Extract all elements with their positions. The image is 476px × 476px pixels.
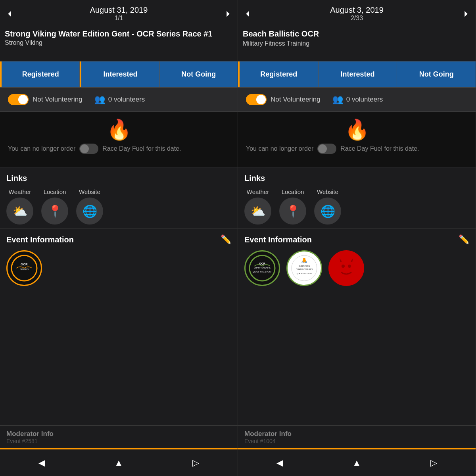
- edit-icon-1[interactable]: ✏️: [221, 234, 231, 245]
- weather-icon-1[interactable]: ⛅: [6, 198, 33, 225]
- location-icon-2[interactable]: 📍: [279, 198, 306, 225]
- svg-text:EUROPEAN: EUROPEAN: [299, 265, 310, 267]
- location-link-2[interactable]: Location 📍: [279, 188, 306, 225]
- volunteer-switch-2[interactable]: [246, 94, 267, 105]
- bottom-up-arrow-1[interactable]: ▲: [115, 458, 123, 468]
- volunteer-row-1: Not Volunteering 👥 0 volunteers: [0, 88, 238, 112]
- fuel-text-suffix-2: Race Day Fuel for this date.: [340, 145, 419, 152]
- ocr-eu-logo-2: OCR EUROPEAN CHAMPIONSHIPS QUALIFYING EV…: [286, 250, 322, 286]
- weather-link-2[interactable]: Weather ⛅: [244, 188, 271, 225]
- date-nav-2: August 3, 2019 2/33: [238, 0, 476, 26]
- bottom-up-arrow-2[interactable]: ▲: [353, 458, 361, 468]
- fuel-toggle-row-1: You can no longer order Race Day Fuel fo…: [8, 144, 230, 154]
- volunteers-icon-2: 👥: [332, 94, 343, 105]
- moderator-title-2: Moderator Info: [244, 430, 469, 438]
- ocr-champ-logo-2: OCR CHAMPIONSHIPS QUALIFYING EVENT: [244, 250, 280, 286]
- next-arrow-1[interactable]: [223, 8, 234, 19]
- links-section-2: Links Weather ⛅ Location 📍 Website 🌐: [238, 167, 476, 229]
- bottom-prev-arrow-2[interactable]: ◀: [276, 458, 283, 468]
- volunteers-count-1: 👥 0 volunteers: [94, 94, 145, 105]
- svg-point-17: [334, 255, 359, 281]
- website-icon-1[interactable]: 🌐: [76, 198, 103, 225]
- links-label-2: L: [244, 174, 249, 182]
- event-id-1: Event #2581: [6, 438, 231, 444]
- weather-label-2: Weather: [247, 188, 269, 195]
- weather-label-1: Weather: [9, 188, 31, 195]
- third-logo-2: [328, 250, 364, 286]
- event-info-section-2: Event Information ✏️ OCR CHAMPIONSHIPS Q…: [238, 229, 476, 426]
- volunteer-switch-1[interactable]: [8, 94, 29, 105]
- location-link-1[interactable]: Location 📍: [41, 188, 68, 225]
- moderator-section-1: Moderator Info Event #2581: [0, 426, 238, 448]
- toggle-knob-2: [256, 95, 266, 104]
- links-grid-2: Weather ⛅ Location 📍 Website 🌐: [244, 188, 469, 225]
- links-section-1: Links Weather ⛅ Location 📍 Website 🌐: [0, 167, 238, 229]
- svg-marker-0: [8, 11, 11, 17]
- event-title-area-1: Strong Viking Water Edition Gent - OCR S…: [0, 26, 238, 61]
- event-title-area-2: Beach Ballistic OCR Military Fitness Tra…: [238, 26, 476, 61]
- weather-link-1[interactable]: Weather ⛅: [6, 188, 33, 225]
- page-info-2: 2/33: [259, 15, 454, 22]
- edit-icon-2[interactable]: ✏️: [459, 234, 469, 245]
- svg-point-18: [342, 265, 345, 268]
- location-icon-1[interactable]: 📍: [41, 198, 68, 225]
- next-arrow-2[interactable]: [461, 8, 472, 19]
- buttons-row-1: Registered Interested Not Going: [0, 61, 238, 88]
- registered-button-2[interactable]: Registered: [238, 61, 319, 87]
- fuel-text-prefix-2: You can no longer order: [246, 145, 313, 152]
- not-going-button-2[interactable]: Not Going: [397, 61, 476, 87]
- date-text-2: August 3, 2019: [259, 6, 454, 15]
- weather-icon-2[interactable]: ⛅: [244, 198, 271, 225]
- page-info-1: 1/1: [21, 15, 216, 22]
- volunteer-toggle-2: Not Volunteering: [246, 94, 321, 105]
- bottom-prev-arrow-1[interactable]: ◀: [38, 458, 45, 468]
- bottom-nav-2: ◀ ▲ ▷: [238, 448, 476, 476]
- website-link-1[interactable]: Website 🌐: [76, 188, 103, 225]
- website-link-2[interactable]: Website 🌐: [314, 188, 341, 225]
- links-title-1: Links: [6, 174, 231, 183]
- moderator-section-2: Moderator Info Event #1004: [238, 426, 476, 448]
- event-id-2: Event #1004: [244, 438, 469, 444]
- website-icon-2[interactable]: 🌐: [314, 198, 341, 225]
- links-label-1: L: [6, 174, 11, 182]
- location-label-2: Location: [282, 188, 304, 195]
- interested-button-2[interactable]: Interested: [319, 61, 397, 87]
- bottom-play-arrow-2[interactable]: ▷: [430, 458, 437, 468]
- event-title-2: Beach Ballistic OCR: [243, 29, 471, 38]
- fuel-section-1: 🔥 You can no longer order Race Day Fuel …: [0, 112, 238, 167]
- fuel-toggle-switch-1[interactable]: [79, 144, 98, 154]
- svg-text:CHAMPIONSHIPS: CHAMPIONSHIPS: [254, 267, 271, 269]
- event-subtitle-2: Military Fitness Training: [243, 40, 471, 47]
- not-going-button-1[interactable]: Not Going: [160, 61, 238, 87]
- org-logos-1: OCR SERIES: [6, 250, 231, 286]
- fuel-toggle-switch-2[interactable]: [317, 144, 336, 154]
- ocr-series-logo-1: OCR SERIES: [6, 250, 42, 286]
- toggle-knob-1: [18, 95, 28, 104]
- svg-text:OCR: OCR: [259, 262, 265, 265]
- svg-marker-5: [246, 11, 249, 17]
- buttons-row-2: Registered Interested Not Going: [238, 61, 476, 88]
- volunteers-number-2: 0 volunteers: [346, 96, 383, 104]
- event-info-title-1: Event Information: [6, 235, 74, 244]
- links-title-2: Links: [244, 174, 469, 183]
- website-label-2: Website: [317, 188, 338, 195]
- bottom-nav-1: ◀ ▲ ▷: [0, 448, 238, 476]
- prev-arrow-1[interactable]: [4, 8, 15, 19]
- volunteer-label-2: Not Volunteering: [271, 96, 321, 104]
- prev-arrow-2[interactable]: [242, 8, 253, 19]
- registered-button-1[interactable]: Registered: [0, 61, 80, 87]
- links-label-suffix-1: inks: [11, 174, 27, 182]
- bottom-play-arrow-1[interactable]: ▷: [192, 458, 199, 468]
- links-label-suffix-2: inks: [249, 174, 265, 182]
- volunteers-icon-1: 👥: [94, 94, 105, 105]
- event-title-1: Strong Viking Water Edition Gent - OCR S…: [5, 29, 233, 38]
- moderator-title-1: Moderator Info: [6, 430, 231, 438]
- links-grid-1: Weather ⛅ Location 📍 Website 🌐: [6, 188, 231, 225]
- interested-button-1[interactable]: Interested: [80, 61, 159, 87]
- svg-marker-6: [464, 11, 467, 17]
- date-text-1: August 31, 2019: [21, 6, 216, 15]
- website-label-1: Website: [79, 188, 100, 195]
- svg-point-19: [348, 265, 351, 268]
- panel-1: August 31, 2019 1/1 Strong Viking Water …: [0, 0, 238, 476]
- volunteers-count-2: 👥 0 volunteers: [332, 94, 383, 105]
